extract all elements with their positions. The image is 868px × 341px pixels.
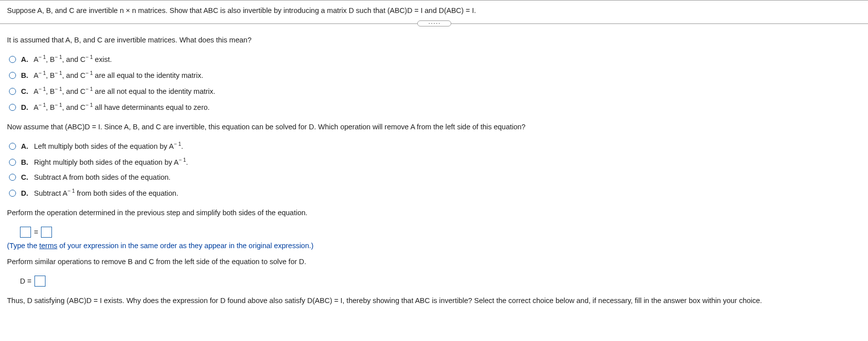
q1-c-text: A− 1, B− 1, and C− 1 are all not equal t…	[33, 87, 215, 95]
step4-prompt: Perform similar operations to remove B a…	[7, 257, 861, 268]
section-divider-handle[interactable]	[417, 20, 451, 26]
q2-radio-d[interactable]	[9, 190, 16, 197]
q1-b-text: A− 1, B− 1, and C− 1 are all equal to th…	[33, 71, 203, 79]
q2-option-d[interactable]: D. Subtract A− 1 from both sides of the …	[9, 187, 861, 199]
q2-c-text: Subtract A from both sides of the equati…	[34, 173, 170, 181]
step4-lhs: D =	[20, 277, 31, 285]
step4-equation: D =	[20, 276, 861, 287]
final-prompt: Thus, D satisfying (ABC)D = I exists. Wh…	[7, 296, 861, 307]
q1-option-c[interactable]: C. A− 1, B− 1, and C− 1 are all not equa…	[9, 85, 861, 97]
q1-label-c: C.	[21, 86, 30, 97]
q2-option-c[interactable]: C. Subtract A from both sides of the equ…	[9, 172, 861, 183]
q2-radio-b[interactable]	[9, 159, 16, 166]
q2-radio-c[interactable]	[9, 174, 16, 181]
q1-radio-c[interactable]	[9, 88, 16, 95]
terms-link[interactable]: terms	[39, 242, 57, 250]
q1-option-d[interactable]: D. A− 1, B− 1, and C− 1 all have determi…	[9, 101, 861, 113]
q1-radio-b[interactable]	[9, 72, 16, 79]
q1-option-a[interactable]: A. A− 1, B− 1, and C− 1 exist.	[9, 54, 861, 65]
step3-prompt: Perform the operation determined in the …	[7, 208, 861, 219]
q2-radio-a[interactable]	[9, 143, 16, 150]
q2-option-a[interactable]: A. Left multiply both sides of the equat…	[9, 141, 861, 152]
q2-options: A. Left multiply both sides of the equat…	[9, 141, 861, 199]
step3-input-right[interactable]	[41, 227, 52, 238]
step3-input-left[interactable]	[20, 227, 31, 238]
q1-d-text: A− 1, B− 1, and C− 1 all have determinan…	[33, 103, 209, 111]
q2-label-d: D.	[21, 188, 30, 199]
q1-label-a: A.	[21, 54, 30, 65]
q2-d-text: Subtract A− 1 from both sides of the equ…	[34, 189, 178, 197]
q1-a-text: A− 1, B− 1, and C− 1 exist.	[33, 55, 111, 63]
q2-label-a: A.	[21, 141, 30, 152]
step3-eq-sign: =	[34, 228, 38, 236]
q2-label-b: B.	[21, 157, 30, 168]
q1-options: A. A− 1, B− 1, and C− 1 exist. B. A− 1, …	[9, 54, 861, 113]
q1-option-b[interactable]: B. A− 1, B− 1, and C− 1 are all equal to…	[9, 69, 861, 81]
q1-label-b: B.	[21, 70, 30, 81]
q2-a-text: Left multiply both sides of the equation…	[34, 142, 183, 150]
step4-input[interactable]	[34, 276, 45, 287]
q2-label-c: C.	[21, 172, 30, 183]
problem-statement: Suppose A, B, and C are invertible n × n…	[7, 5, 861, 16]
content-area: It is assumed that A, B, and C are inver…	[0, 24, 868, 322]
problem-header: Suppose A, B, and C are invertible n × n…	[0, 0, 868, 24]
q1-label-d: D.	[21, 102, 30, 113]
step3-equation: =	[20, 227, 861, 238]
q1-radio-d[interactable]	[9, 104, 16, 111]
step3-hint: (Type the terms of your expression in th…	[7, 242, 861, 250]
q1-prompt: It is assumed that A, B, and C are inver…	[7, 35, 861, 46]
q1-radio-a[interactable]	[9, 56, 16, 63]
q2-option-b[interactable]: B. Right multiply both sides of the equa…	[9, 156, 861, 168]
q2-prompt: Now assume that (ABC)D = I. Since A, B, …	[7, 122, 861, 133]
q2-b-text: Right multiply both sides of the equatio…	[34, 158, 188, 166]
